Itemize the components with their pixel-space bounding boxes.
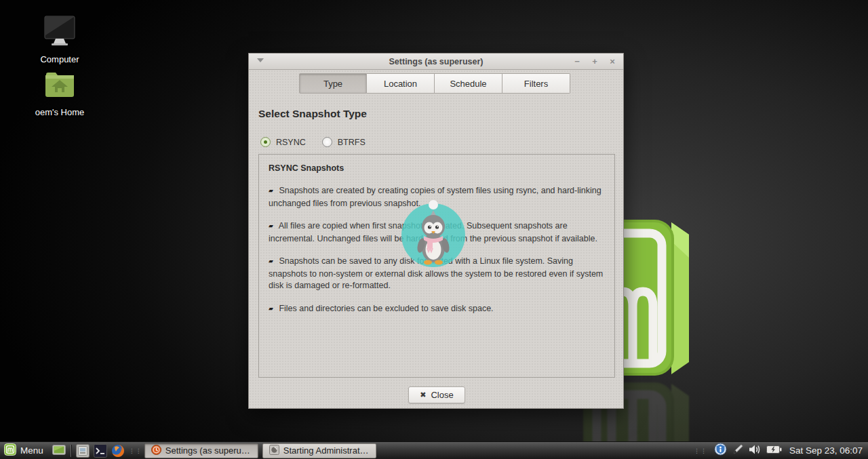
close-button-label: Close <box>431 390 453 400</box>
bullet-icon: ▰ <box>269 187 273 194</box>
show-desktop-button[interactable] <box>52 443 66 458</box>
radio-option-rsync[interactable]: RSYNC <box>260 137 306 147</box>
taskbar-window-settings[interactable]: Settings (as superuser) <box>144 443 258 458</box>
timeshift-settings-window: Settings (as superuser) − + × Type Locat… <box>248 53 624 409</box>
info-bullet: ▰ Snapshots are created by creating copi… <box>269 185 605 209</box>
info-bullet: ▰ Snapshots can be saved to any disk for… <box>269 256 605 292</box>
close-window-button[interactable]: × <box>607 56 618 67</box>
minimize-button[interactable]: − <box>572 56 583 67</box>
close-button[interactable]: ✖ Close <box>408 386 465 403</box>
radio-label: BTRFS <box>338 138 366 147</box>
tray-drag-handle[interactable]: ⋮⋮ <box>694 447 707 454</box>
mint-menu-icon <box>4 443 16 458</box>
rsync-info-panel: RSYNC Snapshots ▰ Snapshots are created … <box>258 154 615 378</box>
volume-speaker-icon[interactable] <box>749 444 762 458</box>
stylus-input-icon[interactable] <box>732 443 744 458</box>
files-launcher-icon[interactable] <box>75 443 90 458</box>
tab-schedule[interactable]: Schedule <box>435 73 502 94</box>
starting-app-icon <box>269 445 279 457</box>
tab-filters[interactable]: Filters <box>502 73 570 94</box>
taskbar: Menu ⋮⋮ <box>0 441 868 459</box>
computer-monitor-icon <box>42 39 77 51</box>
info-bullet: ▰ Files and directories can be excluded … <box>269 303 605 316</box>
update-manager-shield-icon[interactable] <box>714 443 727 458</box>
radio-button-rsync[interactable] <box>260 137 271 147</box>
taskbar-window-label: Settings (as superuser) <box>165 445 252 456</box>
tab-type[interactable]: Type <box>299 73 367 94</box>
taskbar-window-starting[interactable]: Starting Administrativ... <box>262 443 376 458</box>
maximize-button[interactable]: + <box>589 56 600 67</box>
firefox-launcher-icon[interactable] <box>111 443 125 458</box>
panel-drag-handle[interactable]: ⋮⋮ <box>129 447 142 454</box>
window-menu-arrow-icon[interactable] <box>257 58 264 62</box>
desktop-icon-computer[interactable]: Computer <box>22 15 97 64</box>
radio-button-btrfs[interactable] <box>322 137 332 147</box>
info-panel-title: RSYNC Snapshots <box>269 163 605 173</box>
tab-location[interactable]: Location <box>367 73 435 94</box>
terminal-launcher-icon[interactable] <box>93 443 108 458</box>
taskbar-clock[interactable]: Sat Sep 23, 06:07 <box>789 445 863 456</box>
bullet-icon: ▰ <box>269 222 273 229</box>
bullet-icon: ▰ <box>269 305 273 312</box>
taskbar-window-label: Starting Administrativ... <box>283 445 370 456</box>
snapshot-type-radio-group: RSYNC BTRFS <box>260 137 366 147</box>
desktop-icon-label: Computer <box>22 54 97 64</box>
radio-label: RSYNC <box>276 138 306 147</box>
window-titlebar[interactable]: Settings (as superuser) − + × <box>249 54 623 70</box>
menu-button-label: Menu <box>20 445 43 456</box>
close-x-icon: ✖ <box>420 391 426 399</box>
desktop-icon-label: oem's Home <box>22 107 97 117</box>
battery-power-icon[interactable] <box>766 445 782 457</box>
home-folder-icon <box>42 92 77 104</box>
taskbar-separator <box>71 445 71 457</box>
timeshift-icon <box>151 445 161 457</box>
window-title: Settings (as superuser) <box>249 57 623 66</box>
desktop-icon-home[interactable]: oem's Home <box>22 69 97 117</box>
menu-button[interactable]: Menu <box>0 442 50 459</box>
info-bullet: ▰ All files are copied when first snapsh… <box>269 220 605 245</box>
radio-option-btrfs[interactable]: BTRFS <box>322 137 366 147</box>
bullet-icon: ▰ <box>269 258 273 264</box>
page-title: Select Snapshot Type <box>258 108 367 120</box>
settings-tab-bar: Type Location Schedule Filters <box>299 73 570 94</box>
system-tray: ⋮⋮ <box>692 443 868 458</box>
